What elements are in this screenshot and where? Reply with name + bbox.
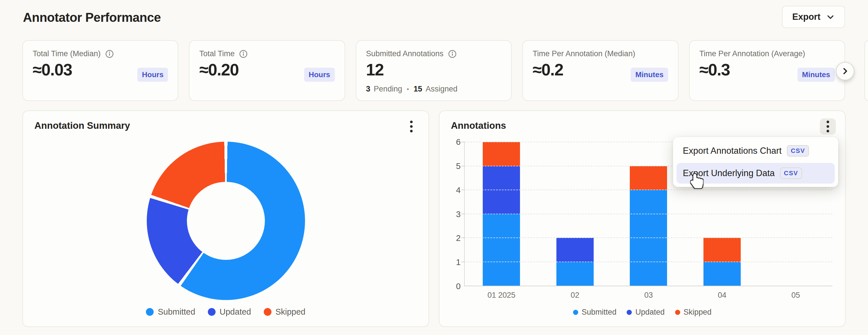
- kebab-menu-icon[interactable]: [403, 118, 420, 134]
- y-axis-tick: [461, 166, 465, 166]
- y-axis-label: 3: [456, 209, 461, 219]
- y-axis-label: 0: [456, 282, 461, 291]
- donut-chart[interactable]: [147, 142, 305, 300]
- x-axis-label: 03: [612, 291, 685, 300]
- csv-badge: CSV: [780, 168, 802, 179]
- unit-badge: Hours: [304, 68, 335, 82]
- stat-subtext: 3 Pending • 15 Assigned: [366, 85, 458, 93]
- y-axis-label: 6: [456, 138, 461, 147]
- x-axis-label: 02: [538, 291, 612, 300]
- legend-label: Skipped: [276, 307, 306, 317]
- bar-segment-updated[interactable]: [556, 238, 594, 262]
- legend-dot-updated: [627, 310, 632, 315]
- donut-hole: [187, 182, 265, 260]
- stat-label: Total Time: [199, 49, 235, 58]
- stat-card-time-per-annotation-average: Time Per Annotation (Average) ≈0.3 Minut…: [689, 40, 845, 101]
- bar-segment-skipped[interactable]: [704, 238, 741, 262]
- donut-legend: Submitted Updated Skipped: [34, 307, 417, 318]
- bar-segment-submitted[interactable]: [556, 262, 594, 286]
- legend-label: Submitted: [582, 308, 617, 317]
- menu-item-export-annotations-chart[interactable]: Export Annotations Chart CSV: [677, 141, 835, 161]
- dot-separator: •: [406, 86, 410, 93]
- stat-value: 12: [366, 60, 501, 79]
- y-axis-label: 4: [456, 185, 461, 195]
- export-button[interactable]: Export: [782, 6, 845, 28]
- stat-card-time-per-annotation-median: Time Per Annotation (Median) ≈0.2 Minute…: [522, 40, 678, 101]
- bar-legend: Submitted Updated Skipped: [451, 308, 834, 318]
- x-axis-label: 04: [685, 291, 759, 300]
- info-icon[interactable]: [105, 50, 114, 58]
- legend-item-skipped[interactable]: Skipped: [675, 308, 712, 317]
- gridline: [465, 238, 833, 238]
- legend-item-updated[interactable]: Updated: [208, 307, 251, 317]
- unit-badge: Minutes: [798, 68, 835, 82]
- assigned-count: 15: [414, 85, 422, 93]
- stat-label: Time Per Annotation (Median): [533, 49, 635, 58]
- gridline: [465, 214, 833, 214]
- chart-title: Annotation Summary: [34, 120, 130, 131]
- gridline: [465, 190, 833, 190]
- assigned-label: Assigned: [426, 85, 458, 93]
- y-axis-tick: [461, 238, 465, 238]
- y-axis-tick: [461, 190, 465, 190]
- annotation-summary-card: Annotation Summary Submitted Updated: [22, 111, 429, 327]
- legend-item-submitted[interactable]: Submitted: [146, 307, 195, 317]
- unit-badge: Minutes: [631, 68, 668, 82]
- x-axis-labels: 01 202502030405: [465, 291, 833, 300]
- csv-badge: CSV: [787, 145, 809, 157]
- bar-segment-skipped[interactable]: [630, 166, 667, 190]
- y-axis-tick: [461, 262, 465, 262]
- bar-segment-submitted[interactable]: [483, 214, 520, 286]
- stat-label: Time Per Annotation (Average): [700, 49, 805, 58]
- legend-item-updated[interactable]: Updated: [627, 308, 664, 317]
- legend-dot-submitted: [573, 310, 578, 315]
- y-axis-label: 2: [456, 234, 461, 243]
- legend-dot-updated: [208, 308, 216, 316]
- stat-card-submitted-annotations: Submitted Annotations 12 3 Pending • 15 …: [356, 40, 512, 101]
- stat-card-partial: [865, 40, 868, 101]
- x-axis-label: 01 2025: [465, 291, 538, 300]
- donut-chart-area: [34, 134, 417, 307]
- chevron-right-icon: [841, 67, 849, 75]
- legend-label: Submitted: [158, 307, 195, 317]
- x-axis-label: 05: [759, 291, 833, 300]
- stat-card-total-time: Total Time ≈0.20 Hours: [189, 40, 345, 101]
- page-title: Annotator Performance: [23, 10, 161, 25]
- pending-label: Pending: [374, 85, 402, 93]
- gridline: [465, 262, 833, 262]
- y-axis-label: 5: [456, 161, 461, 171]
- info-icon[interactable]: [239, 50, 248, 58]
- kebab-menu-icon[interactable]: [820, 118, 836, 134]
- annotator-performance-page: Annotator Performance Export Total Time …: [0, 0, 868, 335]
- stat-cards-row: Total Time (Median) ≈0.03 Hours Total Ti…: [22, 40, 845, 101]
- chart-title: Annotations: [451, 120, 506, 131]
- bar-segment-skipped[interactable]: [483, 142, 520, 166]
- kebab-dots-icon: [826, 120, 830, 133]
- legend-label: Skipped: [684, 308, 712, 317]
- export-button-label: Export: [792, 12, 820, 22]
- pending-count: 3: [366, 85, 370, 93]
- legend-item-skipped[interactable]: Skipped: [264, 307, 306, 317]
- legend-dot-skipped: [675, 310, 680, 315]
- cursor-pointer-icon: [690, 173, 704, 189]
- chevron-down-icon: [826, 12, 835, 21]
- legend-label: Updated: [635, 308, 664, 317]
- y-axis-tick: [461, 142, 465, 142]
- legend-item-submitted[interactable]: Submitted: [573, 308, 617, 317]
- unit-badge: Hours: [137, 68, 168, 82]
- stat-card-total-time-median: Total Time (Median) ≈0.03 Hours: [22, 40, 178, 101]
- y-axis-labels: 0123456: [451, 142, 464, 286]
- stat-label: Submitted Annotations: [366, 49, 443, 58]
- stat-label: Total Time (Median): [33, 49, 101, 58]
- kebab-dots-icon: [410, 120, 413, 133]
- legend-label: Updated: [220, 307, 251, 317]
- legend-dot-submitted: [146, 308, 154, 316]
- menu-item-label: Export Annotations Chart: [683, 146, 782, 156]
- y-axis-tick: [461, 214, 465, 214]
- bar-segment-submitted[interactable]: [704, 262, 741, 286]
- carousel-next-button[interactable]: [836, 62, 854, 80]
- info-icon[interactable]: [448, 50, 457, 58]
- legend-dot-skipped: [264, 308, 272, 316]
- y-axis-label: 1: [456, 257, 461, 267]
